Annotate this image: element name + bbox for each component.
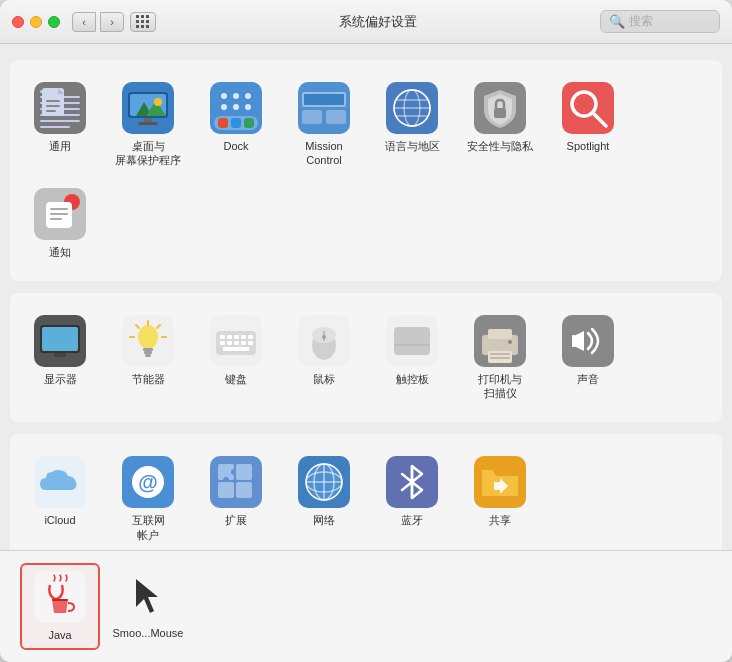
svg-point-87	[322, 335, 326, 339]
svg-rect-7	[40, 126, 70, 128]
svg-rect-76	[248, 335, 253, 339]
pref-spotlight[interactable]: Spotlight	[548, 76, 628, 174]
maximize-button[interactable]	[48, 16, 60, 28]
svg-rect-80	[241, 341, 246, 345]
security-label: 安全性与隐私	[467, 139, 533, 153]
svg-point-27	[233, 93, 239, 99]
svg-rect-32	[298, 82, 350, 134]
svg-rect-72	[220, 335, 225, 339]
pref-printers[interactable]: 打印机与扫描仪	[460, 309, 540, 407]
pref-internet[interactable]: @ 互联网帐户	[108, 450, 188, 548]
grid-icon	[136, 15, 150, 29]
pref-mouse[interactable]: 鼠标	[284, 309, 364, 407]
svg-point-28	[245, 93, 251, 99]
pref-smoothmouse[interactable]: Smoo...Mouse	[108, 563, 188, 650]
svg-rect-109	[218, 482, 234, 498]
svg-point-97	[508, 340, 512, 344]
svg-rect-45	[494, 108, 506, 118]
back-button[interactable]: ‹	[72, 12, 96, 32]
extensions-label: 扩展	[225, 513, 247, 527]
pref-trackpad[interactable]: 触控板	[372, 309, 452, 407]
svg-rect-33	[302, 110, 322, 124]
pref-mission[interactable]: MissionControl	[284, 76, 364, 174]
desktop-icon	[122, 82, 174, 134]
close-button[interactable]	[12, 16, 24, 28]
svg-rect-36	[304, 94, 344, 105]
nav-buttons: ‹ ›	[72, 12, 124, 32]
security-icon	[474, 82, 526, 134]
svg-rect-89	[394, 327, 430, 355]
svg-rect-20	[138, 122, 158, 125]
dock-label: Dock	[223, 139, 248, 153]
sharing-label: 共享	[489, 513, 511, 527]
displays-icon	[34, 315, 86, 367]
displays-label: 显示器	[44, 372, 77, 386]
pref-extensions[interactable]: 扩展	[196, 450, 276, 548]
svg-rect-78	[227, 341, 232, 345]
trackpad-label: 触控板	[396, 372, 429, 386]
pref-language[interactable]: 语言与地区	[372, 76, 452, 174]
minimize-button[interactable]	[30, 16, 42, 28]
pref-sound[interactable]: 声音	[548, 309, 628, 407]
pref-dock[interactable]: Dock	[196, 76, 276, 174]
mouse-label: 鼠标	[313, 372, 335, 386]
svg-point-61	[138, 325, 158, 349]
bottom-section: Java Smoo...Mouse	[0, 550, 732, 662]
svg-rect-58	[54, 353, 66, 357]
spotlight-label: Spotlight	[567, 139, 610, 153]
pref-displays[interactable]: 显示器	[20, 309, 100, 407]
pref-keyboard[interactable]: 键盘	[196, 309, 276, 407]
pref-bluetooth[interactable]: 蓝牙	[372, 450, 452, 548]
pref-notifications[interactable]: 通知	[20, 182, 100, 265]
extensions-icon	[210, 456, 262, 508]
mission-icon	[298, 82, 350, 134]
svg-rect-96	[490, 357, 510, 359]
network-label: 网络	[313, 513, 335, 527]
pref-sharing[interactable]: 共享	[460, 450, 540, 548]
search-box[interactable]: 🔍 搜索	[600, 10, 720, 33]
pref-network[interactable]: 网络	[284, 450, 364, 548]
sharing-icon	[474, 456, 526, 508]
internet-label: 互联网帐户	[132, 513, 165, 542]
svg-rect-19	[144, 118, 152, 122]
svg-rect-158	[52, 599, 68, 601]
section-3-grid: iCloud @ 互联网帐户	[20, 450, 712, 548]
trackpad-icon	[386, 315, 438, 367]
svg-point-29	[221, 104, 227, 110]
smoothmouse-icon	[122, 569, 174, 621]
system-preferences-window: ‹ › 系统偏好设置 🔍 搜索	[0, 0, 732, 662]
grid-view-button[interactable]	[130, 12, 156, 32]
pref-energy[interactable]: 节能器	[108, 309, 188, 407]
section-hardware: 显示器	[10, 293, 722, 423]
svg-rect-25	[244, 118, 254, 128]
svg-rect-64	[145, 354, 151, 357]
forward-button[interactable]: ›	[100, 12, 124, 32]
notifications-label: 通知	[49, 245, 71, 259]
svg-rect-99	[572, 335, 576, 347]
pref-icloud[interactable]: iCloud	[20, 450, 100, 548]
svg-rect-104	[210, 456, 262, 508]
pref-general[interactable]: 通用	[20, 76, 100, 174]
pref-desktop[interactable]: 桌面与屏幕保护程序	[108, 76, 188, 174]
window-title: 系统偏好设置	[156, 13, 600, 31]
svg-rect-57	[42, 327, 78, 351]
svg-rect-11	[46, 105, 60, 107]
svg-rect-74	[234, 335, 239, 339]
energy-label: 节能器	[132, 372, 165, 386]
preferences-content: 通用	[0, 44, 732, 550]
pref-java[interactable]: Java	[20, 563, 100, 650]
pref-security[interactable]: 安全性与隐私	[460, 76, 540, 174]
printers-icon	[474, 315, 526, 367]
keyboard-label: 键盘	[225, 372, 247, 386]
svg-rect-93	[488, 329, 512, 339]
notifications-icon	[34, 188, 86, 240]
svg-rect-10	[46, 100, 60, 102]
svg-rect-63	[144, 351, 152, 354]
svg-rect-73	[227, 335, 232, 339]
svg-rect-53	[50, 213, 68, 215]
svg-rect-62	[143, 348, 153, 351]
svg-rect-6	[40, 120, 80, 122]
svg-rect-34	[326, 110, 346, 124]
section-personal: 通用	[10, 60, 722, 281]
section-2-grid: 显示器	[20, 309, 712, 407]
